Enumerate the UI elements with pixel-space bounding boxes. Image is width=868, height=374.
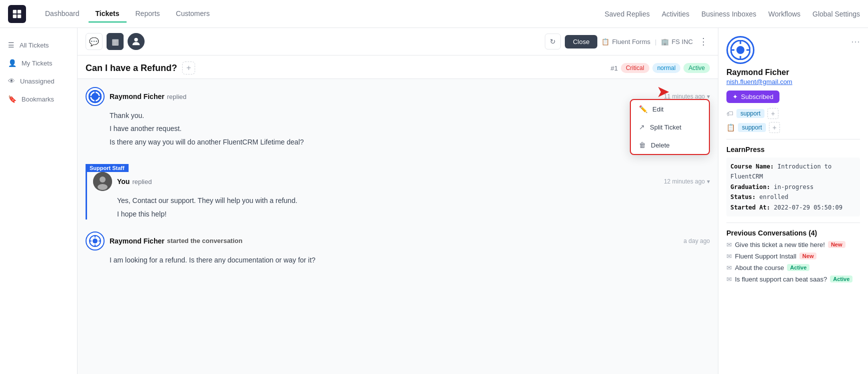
nav-activities[interactable]: Activities: [662, 10, 689, 18]
sidebar-item-all-tickets[interactable]: ☰ All Tickets: [0, 36, 77, 54]
email-icon-1: ✉: [726, 241, 732, 248]
support-staff-tag: Support Staff: [86, 164, 129, 172]
svg-rect-2: [13, 14, 17, 18]
prev-item-4[interactable]: ✉ Is fluent support can beat saas? Activ…: [726, 276, 860, 283]
prev-convos-title: Previous Conversations (4): [726, 229, 860, 237]
nav-global-settings[interactable]: Global Settings: [812, 10, 860, 18]
msg-author-2: You: [117, 178, 130, 186]
prev-item-3[interactable]: ✉ About the course Active: [726, 264, 860, 272]
refresh-button[interactable]: ↻: [545, 34, 561, 50]
raymond-avatar-1: [86, 87, 105, 106]
svg-point-8: [100, 176, 106, 182]
status-badge: Active: [683, 63, 710, 73]
message-icon: 💬: [89, 37, 99, 46]
learnpress-title: LearnPress: [726, 146, 860, 154]
prev-item-1[interactable]: ✉ Give this ticket a new title here! New: [726, 241, 860, 248]
svg-rect-3: [18, 14, 21, 18]
panel-email[interactable]: nish.fluent@gmail.com: [726, 78, 860, 86]
note-icon: 📋: [726, 124, 735, 132]
svg-rect-1: [18, 10, 21, 13]
nav-reports[interactable]: Reports: [129, 6, 167, 22]
msg-action-2: replied: [132, 178, 152, 186]
inbox-form-icon: 📋: [601, 38, 609, 46]
nav-business-inboxes[interactable]: Business Inboxes: [701, 10, 756, 18]
svg-point-9: [98, 184, 108, 190]
right-panel: ⋯ Raymond Ficher nish.fluent@gmail.com ✦…: [718, 28, 868, 374]
add-label-button[interactable]: +: [767, 108, 778, 119]
svg-point-11: [93, 238, 98, 244]
svg-point-17: [736, 46, 744, 54]
add-note-button[interactable]: +: [769, 122, 780, 133]
sidebar-item-bookmarks[interactable]: 🔖 Bookmarks: [0, 90, 77, 108]
nav-workflows[interactable]: Workflows: [768, 10, 800, 18]
panel-more-button[interactable]: ⋯: [851, 36, 860, 47]
panel-header: ⋯: [726, 36, 860, 64]
ticket-title-bar: Can I have a Refund? + #1 Critical norma…: [78, 56, 718, 79]
staff-message: You replied 12 minutes ago ▾ Yes, Contac…: [86, 172, 710, 220]
ticket-number: #1: [610, 64, 617, 72]
prev-badge-3: Active: [787, 264, 809, 271]
columns-view-button[interactable]: ▦: [107, 33, 124, 50]
prev-item-text-2: Fluent Support Install: [735, 252, 796, 260]
edit-menu-item[interactable]: ✏️ Edit: [631, 100, 709, 118]
message-header-3: Raymond Ficher started the conversation …: [86, 232, 710, 250]
type-badge: normal: [652, 63, 681, 73]
message-header-2: You replied 12 minutes ago ▾: [93, 172, 710, 191]
raymond-avatar-3: [86, 232, 105, 250]
top-nav: Dashboard Tickets Reports Customers Save…: [0, 0, 868, 28]
tag-row-note: 📋 support +: [726, 122, 860, 133]
inbox-separator: |: [655, 38, 656, 46]
prev-item-text-3: About the course: [735, 264, 784, 272]
prev-item-text-1: Give this ticket a new title here!: [735, 241, 825, 248]
unassigned-icon: 👁: [8, 77, 15, 85]
inbox-name: Fluent Forms: [612, 38, 650, 46]
close-button[interactable]: Close: [565, 35, 597, 48]
sidebar: ☰ All Tickets 👤 My Tickets 👁 Unassigned …: [0, 28, 78, 374]
msg-time-3: a day ago: [683, 238, 710, 244]
message-block-3: Raymond Ficher started the conversation …: [86, 232, 710, 266]
message-block-2: Support Staff You replied 12 minutes ago…: [86, 164, 710, 220]
nav-saved-replies[interactable]: Saved Replies: [604, 10, 649, 18]
bookmarks-icon: 🔖: [8, 95, 17, 103]
prev-badge-4: Active: [830, 276, 852, 282]
label-tag-chip: support: [736, 109, 764, 118]
message-block-1: Raymond Ficher replied 11 minutes ago ▾ …: [86, 87, 710, 148]
panel-name: Raymond Ficher: [726, 68, 860, 77]
sidebar-item-unassigned[interactable]: 👁 Unassigned: [0, 72, 77, 90]
nav-dashboard[interactable]: Dashboard: [38, 6, 87, 22]
svg-rect-0: [13, 10, 17, 13]
message-view-button[interactable]: 💬: [86, 33, 103, 50]
prev-item-2[interactable]: ✉ Fluent Support Install New: [726, 252, 860, 260]
prev-badge-2: New: [799, 252, 817, 260]
agent-avatar[interactable]: [128, 33, 145, 50]
sidebar-item-label: Unassigned: [20, 78, 55, 85]
company-icon: 🏢: [661, 38, 669, 46]
svg-point-6: [92, 94, 98, 100]
nav-customers[interactable]: Customers: [169, 6, 217, 22]
nav-left: Dashboard Tickets Reports Customers: [38, 6, 217, 22]
email-icon-3: ✉: [726, 264, 732, 272]
sidebar-item-label: Bookmarks: [22, 96, 54, 103]
ticket-more-button[interactable]: ⋮: [697, 36, 710, 47]
split-ticket-menu-item[interactable]: ↗ Split Ticket: [631, 118, 709, 136]
msg-body-3: I am looking for a refund. Is there any …: [110, 254, 710, 266]
message-header-1: Raymond Ficher replied 11 minutes ago ▾: [86, 87, 710, 106]
add-tag-button[interactable]: +: [182, 62, 195, 74]
sidebar-item-label: My Tickets: [22, 60, 52, 67]
refresh-icon: ↻: [550, 38, 556, 46]
subscribed-button[interactable]: ✦ Subscribed: [726, 90, 779, 103]
delete-menu-item[interactable]: 🗑 Delete: [631, 136, 709, 154]
split-icon: ↗: [639, 123, 645, 131]
sidebar-item-my-tickets[interactable]: 👤 My Tickets: [0, 54, 77, 72]
chevron-down-icon-2[interactable]: ▾: [707, 178, 710, 185]
nav-tickets[interactable]: Tickets: [89, 6, 127, 22]
msg-author-1: Raymond Ficher: [110, 92, 165, 100]
msg-body-2: Yes, Contact our support. They will help…: [117, 195, 710, 220]
subscribed-icon: ✦: [732, 93, 738, 100]
split-label: Split Ticket: [650, 124, 681, 131]
msg-action-1: replied: [167, 93, 187, 100]
logo[interactable]: [8, 5, 26, 23]
delete-icon: 🗑: [639, 141, 646, 149]
prev-badge-1: New: [828, 241, 845, 248]
tags-section: 🏷 support + 📋 support +: [726, 108, 860, 133]
